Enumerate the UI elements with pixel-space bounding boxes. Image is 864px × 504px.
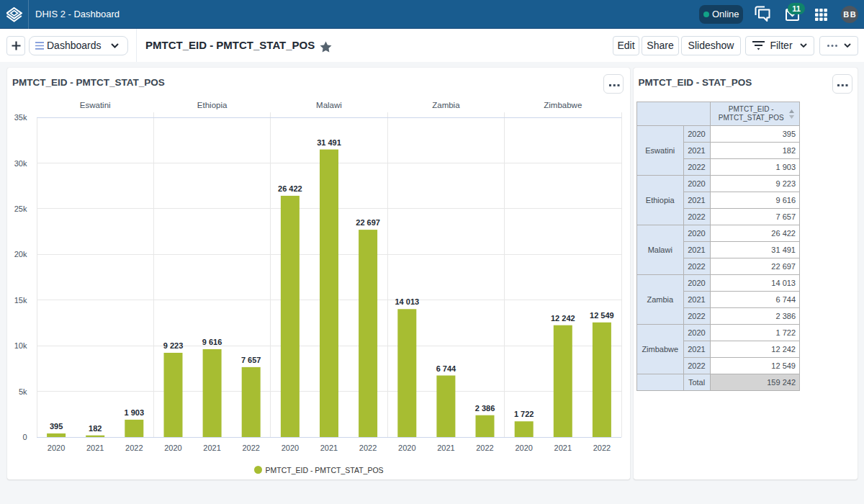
svg-text:Zambia: Zambia <box>432 101 460 109</box>
svg-text:2021: 2021 <box>203 444 220 452</box>
svg-text:20k: 20k <box>14 250 27 258</box>
svg-text:Zimbabwe: Zimbabwe <box>544 101 582 109</box>
svg-text:2021: 2021 <box>320 444 338 452</box>
svg-text:2022: 2022 <box>242 444 259 452</box>
svg-text:2022: 2022 <box>476 444 493 452</box>
svg-text:2022: 2022 <box>593 444 611 452</box>
svg-text:2020: 2020 <box>515 444 532 452</box>
svg-text:7 657: 7 657 <box>241 356 261 364</box>
svg-text:10k: 10k <box>14 341 27 350</box>
svg-text:22 697: 22 697 <box>356 218 380 227</box>
svg-text:395: 395 <box>50 422 63 431</box>
svg-text:Malawi: Malawi <box>316 101 342 109</box>
svg-text:35k: 35k <box>14 113 27 122</box>
svg-text:182: 182 <box>89 424 102 433</box>
svg-text:14 013: 14 013 <box>395 297 419 306</box>
svg-text:2022: 2022 <box>359 444 377 452</box>
svg-text:1 903: 1 903 <box>125 408 145 417</box>
svg-text:5k: 5k <box>19 387 27 396</box>
svg-text:Eswatini: Eswatini <box>80 101 111 109</box>
svg-text:25k: 25k <box>14 204 27 213</box>
svg-text:2022: 2022 <box>125 444 143 452</box>
svg-text:12 549: 12 549 <box>590 311 614 320</box>
svg-text:Ethiopia: Ethiopia <box>197 101 228 109</box>
svg-text:2021: 2021 <box>86 444 104 452</box>
svg-text:2021: 2021 <box>437 444 454 452</box>
svg-text:2020: 2020 <box>398 444 415 452</box>
svg-text:2020: 2020 <box>48 444 65 452</box>
svg-text:2021: 2021 <box>554 444 572 452</box>
svg-text:31 491: 31 491 <box>317 138 341 147</box>
svg-text:PMTCT_EID - PMTCT_STAT_POS: PMTCT_EID - PMTCT_STAT_POS <box>266 466 384 474</box>
svg-text:26 422: 26 422 <box>278 184 302 193</box>
svg-text:12 242: 12 242 <box>551 314 575 323</box>
svg-text:2020: 2020 <box>282 444 299 452</box>
svg-text:15k: 15k <box>14 296 27 305</box>
svg-text:2020: 2020 <box>164 444 181 452</box>
svg-text:9 223: 9 223 <box>163 341 184 350</box>
svg-text:2 386: 2 386 <box>475 404 495 413</box>
svg-text:6 744: 6 744 <box>436 364 456 373</box>
svg-text:1 722: 1 722 <box>514 410 534 418</box>
svg-text:9 616: 9 616 <box>202 338 222 346</box>
svg-text:0: 0 <box>22 433 27 441</box>
svg-text:30k: 30k <box>14 159 27 168</box>
